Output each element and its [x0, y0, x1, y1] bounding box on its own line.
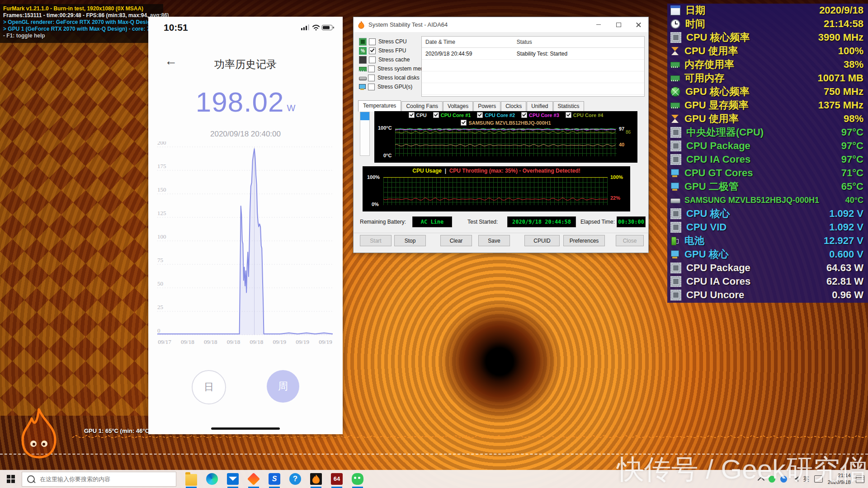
tab-powers[interactable]: Powers [473, 101, 500, 111]
taskbar-app-file-explorer[interactable] [181, 470, 202, 488]
wechat-icon [352, 473, 363, 485]
legend-checkbox[interactable] [461, 120, 467, 126]
close-icon[interactable] [628, 17, 648, 32]
checkbox[interactable] [369, 56, 376, 63]
x-tick-label: 09/18 [250, 338, 264, 345]
checkbox[interactable] [368, 84, 375, 90]
battery-icon [670, 236, 679, 245]
osd-value: 64.63 W [826, 262, 868, 274]
tab-cooling-fans[interactable]: Cooling Fans [401, 101, 443, 111]
legend-checkbox[interactable] [477, 112, 483, 118]
usage-title-left: CPU Usage [412, 168, 442, 174]
stop-button[interactable]: Stop [394, 235, 426, 246]
temp-right-label: 97 [619, 126, 624, 131]
window-titlebar[interactable]: System Stability Test - AIDA64 [354, 17, 648, 32]
osd-label: 内存使用率 [684, 58, 734, 71]
osd-value: 10071 MB [817, 72, 868, 84]
log-col-status[interactable]: Status [513, 39, 644, 45]
minimize-button[interactable] [589, 17, 609, 32]
osd-row: CPU 核心1.092 V [667, 207, 868, 221]
clear-button[interactable]: Clear [440, 235, 472, 246]
checkbox[interactable] [368, 66, 375, 72]
day-button[interactable]: 日 [192, 370, 226, 404]
osd-label: GPU 二极管 [684, 180, 739, 193]
stress-option-label: Stress cache [378, 56, 410, 63]
osd-row: CPU Uncore0.96 W [667, 288, 868, 302]
home-indicator[interactable] [211, 427, 280, 430]
furmark-overlay: FurMark v1.21.1.0 - Burn-in test, 1920x1… [0, 4, 163, 43]
chip-icon [670, 32, 681, 43]
hourglass-icon [670, 114, 679, 123]
log-table-header: Date & Time Status [422, 37, 644, 48]
taskbar-search[interactable] [22, 472, 176, 487]
week-button[interactable]: 周 [267, 370, 299, 403]
cpu-icon [359, 38, 367, 46]
power-history-chart[interactable]: 200175150125100755025009/1709/1809/1809/… [155, 141, 335, 349]
taskbar-app-s[interactable]: S [264, 470, 285, 488]
furmark-icon [310, 473, 322, 485]
legend-checkbox[interactable] [566, 112, 571, 118]
chip-icon [670, 127, 681, 138]
taskbar-app-music[interactable] [243, 470, 264, 488]
taskbar-app-edge[interactable] [202, 470, 222, 488]
osd-row: GPU 显存频率1375 MHz [667, 99, 868, 112]
battery-icon [322, 25, 334, 30]
aida64-osd-panel: 日期2020/9/18时间21:14:58CPU 核心频率3990 MHzCPU… [667, 4, 868, 303]
osd-row: CPU 核心频率3990 MHz [667, 31, 868, 44]
y-tick-label: 75 [157, 257, 163, 263]
test-log-table[interactable]: Date & Time Status 2020/9/18 20:44:59 St… [421, 36, 645, 97]
osd-row: 电池12.927 V [667, 234, 868, 248]
checkbox[interactable] [369, 47, 376, 54]
week-button-label: 周 [278, 380, 288, 393]
log-col-datetime[interactable]: Date & Time [422, 39, 513, 45]
legend-label: CPU Core #2 [485, 113, 515, 118]
hourglass-icon [670, 47, 679, 56]
chip-icon [670, 222, 681, 233]
preferences-button[interactable]: Preferences [563, 235, 605, 246]
tab-clocks[interactable]: Clocks [501, 101, 526, 111]
tab-unified[interactable]: Unified [527, 101, 552, 111]
osd-value: 97°C [841, 140, 868, 152]
tab-statistics[interactable]: Statistics [553, 101, 584, 111]
legend-checkbox[interactable] [521, 112, 527, 118]
legend-checkbox[interactable] [409, 112, 415, 118]
taskbar-app-wechat[interactable] [347, 470, 368, 488]
taskbar-app-aida64[interactable]: 64 [326, 470, 347, 488]
chart-area-fill [157, 149, 333, 335]
power-unit: W [287, 103, 295, 113]
log-row-empty [422, 83, 644, 95]
log-row[interactable]: 2020/9/18 20:44:59 Stability Test: Start… [422, 48, 644, 60]
legend-label: SAMSUNG MZVLB512HBJQ-000H1 [468, 120, 551, 126]
osd-value: 97°C [841, 127, 868, 138]
temp-legend-row2: SAMSUNG MZVLB512HBJQ-000H1 [374, 119, 637, 127]
search-icon [27, 475, 35, 483]
search-input[interactable] [39, 475, 167, 483]
taskbar-app-mail[interactable] [222, 470, 243, 488]
test-started-value: 2020/9/18 20:44:58 [507, 216, 576, 227]
osd-label: CPU Package [686, 262, 750, 274]
log-row-empty [422, 71, 644, 83]
start-menu-button[interactable] [0, 470, 22, 488]
osd-label: CPU Uncore [686, 289, 744, 301]
cpuid-button[interactable]: CPUID [524, 235, 560, 246]
checkbox[interactable] [368, 75, 375, 81]
checkbox[interactable] [369, 38, 376, 45]
legend-checkbox[interactable] [433, 112, 439, 118]
windows-logo-icon [7, 475, 15, 483]
tab-voltages[interactable]: Voltages [443, 101, 473, 111]
osd-label: CPU 核心频率 [686, 31, 750, 44]
graph-scrollbar[interactable] [360, 112, 370, 156]
close-button: Close [616, 235, 644, 246]
save-button[interactable]: Save [478, 235, 510, 246]
taskbar-app-furmark[interactable] [306, 470, 326, 488]
y-tick-label: 100 [157, 233, 166, 240]
tab-temperatures[interactable]: Temperatures [358, 100, 401, 112]
maximize-button[interactable] [609, 17, 628, 32]
taskbar-app-help[interactable]: ? [285, 470, 306, 488]
chip-icon [670, 141, 681, 151]
furmark-gpu-temp-graph [0, 432, 868, 440]
osd-value: 100% [838, 45, 868, 57]
phone-mirror-window: 10:51 ← 功率历史记录 198.02 W 2020/09/18 20:40… [148, 17, 343, 434]
phone-status-icons [301, 24, 335, 31]
graph-scrollbar-thumb[interactable] [360, 112, 369, 120]
